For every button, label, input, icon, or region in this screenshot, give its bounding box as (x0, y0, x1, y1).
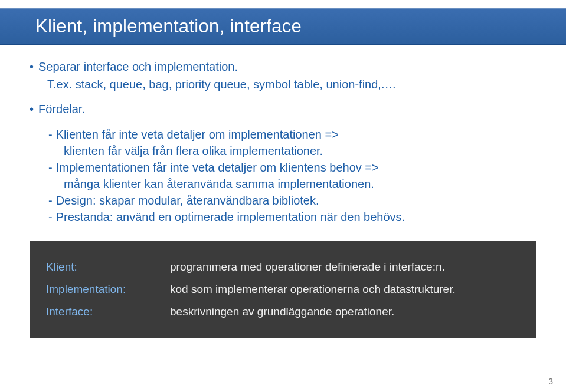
page-number: 3 (548, 377, 553, 386)
dash-item: - Design: skapar modular, återanvändbara… (48, 192, 536, 209)
bullet-item: • Fördelar. (30, 101, 536, 117)
bullet-dot: • (30, 101, 34, 117)
dash-icon: - (48, 126, 53, 143)
dash-icon: - (48, 159, 53, 176)
bullet-text: Fördelar. (38, 101, 85, 117)
definition-row: Implementation: kod som implementerar op… (46, 283, 520, 296)
bullet-item: • Separar interface och implementation. (30, 59, 536, 74)
slide-body: • Separar interface och implementation. … (0, 45, 566, 225)
dash-icon: - (48, 192, 53, 209)
definition-row: Klient: programmera med operationer defi… (46, 261, 520, 274)
bullet-subline: T.ex. stack, queue, bag, priority queue,… (47, 77, 536, 92)
dash-item: - Prestanda: använd en optimerade implem… (48, 209, 536, 225)
definition-term: Implementation: (46, 283, 170, 296)
dash-continuation: klienten får välja från flera olika impl… (64, 143, 536, 159)
dash-text: Klienten får inte veta detaljer om imple… (56, 126, 339, 143)
definition-desc: beskrivningen av grundläggande operation… (170, 305, 394, 318)
slide-title: Klient, implementation, interface (0, 8, 566, 45)
definition-desc: kod som implementerar operationerna och … (170, 283, 456, 296)
dash-text: Implementationen får inte veta detaljer … (56, 159, 379, 176)
bullet-dot: • (30, 59, 34, 74)
definitions-box: Klient: programmera med operationer defi… (30, 241, 536, 338)
dash-item: - Implementationen får inte veta detalje… (48, 159, 536, 176)
dash-icon: - (48, 209, 53, 225)
dash-list: - Klienten får inte veta detaljer om imp… (48, 126, 536, 225)
dash-continuation: många klienter kan återanvända samma imp… (64, 176, 536, 192)
definition-desc: programmera med operationer definierade … (170, 261, 445, 274)
definition-term: Interface: (46, 305, 170, 318)
dash-item: - Klienten får inte veta detaljer om imp… (48, 126, 536, 143)
bullet-text: Separar interface och implementation. (38, 59, 238, 74)
definition-term: Klient: (46, 261, 170, 274)
definition-row: Interface: beskrivningen av grundläggand… (46, 305, 520, 318)
dash-text: Prestanda: använd en optimerade implemen… (56, 209, 405, 225)
dash-text: Design: skapar modular, återanvändbara b… (56, 192, 319, 209)
